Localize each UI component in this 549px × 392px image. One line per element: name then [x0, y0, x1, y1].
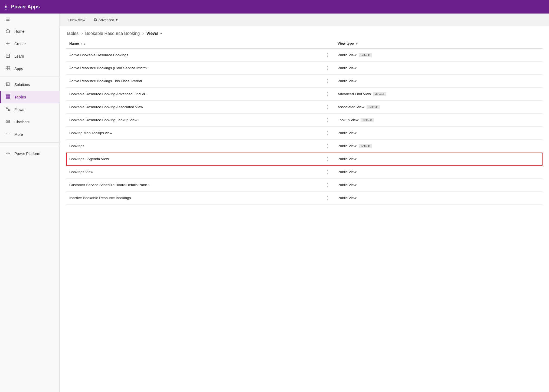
table-cell-more[interactable]: ⋮ — [320, 179, 334, 192]
sidebar-item-apps[interactable]: Apps — [0, 62, 59, 75]
table-cell-more[interactable]: ⋮ — [320, 101, 334, 114]
more-options-button[interactable]: ⋮ — [323, 195, 331, 201]
sidebar-item-solutions[interactable]: Solutions — [0, 78, 59, 91]
breadcrumb-table-name[interactable]: Bookable Resource Booking — [85, 31, 140, 36]
app-title: Power Apps — [11, 4, 40, 10]
new-view-button[interactable]: + New view — [65, 17, 87, 23]
table-container: Name ↑ ∨ View type ∨ Active Bookable Res… — [60, 39, 549, 392]
table-row[interactable]: Inactive Bookable Resource Bookings⋮Publ… — [66, 192, 543, 205]
sidebar-item-power-platform[interactable]: ✏ Power Platform — [0, 148, 59, 159]
table-row[interactable]: Bookable Resource Booking Advanced Find … — [66, 88, 543, 101]
tables-icon — [5, 94, 11, 100]
advanced-label: Advanced — [99, 18, 114, 22]
table-cell-more[interactable]: ⋮ — [320, 192, 334, 205]
table-cell-name: Bookings — [66, 140, 320, 153]
sidebar-item-label-tables: Tables — [14, 95, 26, 99]
table-cell-name: Bookable Resource Booking Advanced Find … — [66, 88, 320, 101]
learn-icon — [5, 53, 11, 59]
more-options-button[interactable]: ⋮ — [323, 104, 331, 110]
more-options-button[interactable]: ⋮ — [323, 52, 331, 58]
breadcrumb-chevron-icon[interactable]: ▾ — [160, 32, 162, 35]
table-cell-viewtype: Public View — [334, 75, 543, 88]
home-icon — [5, 28, 11, 34]
table-cell-more[interactable]: ⋮ — [320, 166, 334, 179]
solutions-icon — [5, 82, 11, 88]
more-options-button[interactable]: ⋮ — [323, 130, 331, 136]
svg-point-19 — [8, 134, 8, 134]
table-cell-more[interactable]: ⋮ — [320, 62, 334, 75]
table-row[interactable]: Booking Map Tooltips view⋮Public View — [66, 127, 543, 140]
col-name-header[interactable]: Name ↑ ∨ — [66, 39, 320, 48]
breadcrumb: Tables > Bookable Resource Booking > Vie… — [60, 26, 549, 39]
table-row[interactable]: Active Resource Bookings (Field Service … — [66, 62, 543, 75]
table-cell-more[interactable]: ⋮ — [320, 153, 334, 166]
sidebar-menu-toggle[interactable]: ☰ — [0, 14, 59, 25]
table-cell-viewtype: Associated Viewdefault — [334, 101, 543, 114]
sidebar-item-more[interactable]: More — [0, 128, 59, 141]
table-cell-more[interactable]: ⋮ — [320, 140, 334, 153]
table-cell-viewtype: Public View — [334, 166, 543, 179]
more-options-button[interactable]: ⋮ — [323, 78, 331, 84]
hamburger-icon: ☰ — [5, 17, 11, 22]
sidebar-item-create[interactable]: Create — [0, 38, 59, 50]
col-name-label: Name — [69, 41, 79, 45]
table-row[interactable]: Bookings View⋮Public View — [66, 166, 543, 179]
table-cell-name: Customer Service Schedule Board Details … — [66, 179, 320, 192]
more-options-button[interactable]: ⋮ — [323, 182, 331, 188]
app-grid-icon[interactable]: ⣿ — [4, 4, 8, 10]
svg-rect-7 — [6, 68, 8, 70]
view-type-badge: default — [359, 53, 372, 57]
table-cell-name: Bookable Resource Booking Lookup View — [66, 114, 320, 127]
table-cell-name: Bookings View — [66, 166, 320, 179]
table-cell-more[interactable]: ⋮ — [320, 114, 334, 127]
more-options-button[interactable]: ⋮ — [323, 169, 331, 175]
breadcrumb-tables[interactable]: Tables — [66, 31, 79, 36]
toolbar: + New view ⧉ Advanced ▾ — [60, 14, 549, 26]
sidebar-item-home[interactable]: Home — [0, 25, 59, 38]
table-cell-viewtype: Public Viewdefault — [334, 48, 543, 62]
power-platform-icon: ✏ — [5, 151, 11, 156]
col-name-sort[interactable]: ↑ ∨ — [81, 42, 86, 45]
table-row[interactable]: Customer Service Schedule Board Details … — [66, 179, 543, 192]
table-cell-viewtype: Public View — [334, 62, 543, 75]
col-viewtype-label: View type — [338, 41, 354, 45]
advanced-button[interactable]: ⧉ Advanced ▾ — [92, 16, 120, 23]
sidebar-item-learn[interactable]: Learn — [0, 50, 59, 62]
more-options-button[interactable]: ⋮ — [323, 65, 331, 71]
more-options-button[interactable]: ⋮ — [323, 156, 331, 162]
sidebar: ☰ Home Create Learn Apps Solutions Table… — [0, 14, 60, 392]
col-viewtype-chevron[interactable]: ∨ — [356, 42, 358, 45]
table-cell-more[interactable]: ⋮ — [320, 48, 334, 62]
sidebar-item-chatbots[interactable]: Chatbots — [0, 116, 59, 128]
table-row[interactable]: Active Resource Bookings This Fiscal Per… — [66, 75, 543, 88]
table-cell-name: Inactive Bookable Resource Bookings — [66, 192, 320, 205]
breadcrumb-current: Views ▾ — [146, 31, 162, 36]
table-row[interactable]: Bookable Resource Booking Lookup View⋮Lo… — [66, 114, 543, 127]
sidebar-item-flows[interactable]: Flows — [0, 103, 59, 116]
table-cell-name: Active Resource Bookings (Field Service … — [66, 62, 320, 75]
view-type-badge: default — [361, 118, 374, 122]
more-options-button[interactable]: ⋮ — [323, 91, 331, 97]
svg-point-20 — [9, 134, 10, 134]
table-cell-viewtype: Advanced Find Viewdefault — [334, 88, 543, 101]
sidebar-item-label-power-platform: Power Platform — [14, 151, 40, 156]
table-row[interactable]: Active Bookable Resource Bookings⋮Public… — [66, 48, 543, 62]
sidebar-item-tables[interactable]: Tables — [0, 91, 59, 103]
more-options-button[interactable]: ⋮ — [323, 117, 331, 123]
table-row[interactable]: Bookable Resource Booking Associated Vie… — [66, 101, 543, 114]
svg-rect-11 — [6, 97, 8, 98]
col-viewtype-header[interactable]: View type ∨ — [334, 39, 543, 48]
svg-rect-8 — [8, 68, 10, 70]
table-cell-name: Bookable Resource Booking Associated Vie… — [66, 101, 320, 114]
more-options-button[interactable]: ⋮ — [323, 143, 331, 149]
table-row[interactable]: Bookings⋮Public Viewdefault — [66, 140, 543, 153]
svg-point-13 — [6, 107, 7, 108]
table-cell-more[interactable]: ⋮ — [320, 88, 334, 101]
table-row[interactable]: Bookings - Agenda View⋮Public View — [66, 153, 543, 166]
table-cell-viewtype: Public View — [334, 127, 543, 140]
table-cell-more[interactable]: ⋮ — [320, 127, 334, 140]
table-cell-more[interactable]: ⋮ — [320, 75, 334, 88]
chatbots-icon — [5, 119, 11, 125]
svg-point-18 — [6, 134, 7, 134]
svg-rect-15 — [6, 120, 10, 123]
